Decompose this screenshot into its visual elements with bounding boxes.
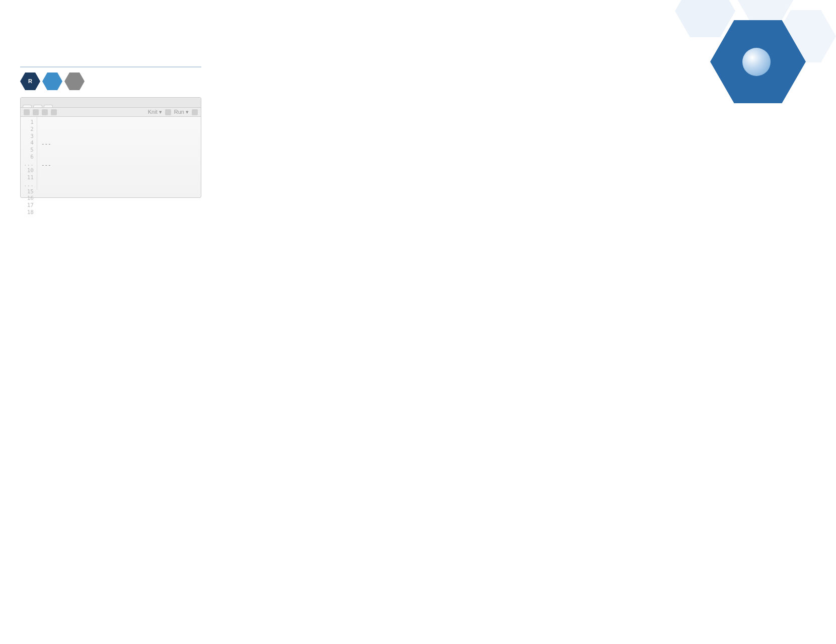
tab-report-rmd[interactable] [23,105,32,107]
hex-rmarkdown-icon: R [20,73,40,90]
rmd-gutter: 1 2 3 4 5 6 ... 10 11 ... 15 16 17 18 [21,117,37,190]
rstudio-logo-r [742,48,771,76]
tab-app-r[interactable] [33,105,42,107]
hex-latex-icon [64,73,85,90]
tab-script-r[interactable] [44,105,53,107]
rmarkdown-editor-screenshot: Knit ▾Run ▾ 1 2 3 4 5 6 ... 10 11 ... 15… [20,97,201,198]
section-documents-and-apps: R Knit ▾Run ▾ 1 2 3 4 5 6 ... 10 11 ... … [20,65,201,198]
hex-shiny-icon [42,73,62,90]
rstudio-logo-hex [710,20,806,103]
heading-documents-and-apps [20,65,201,67]
docs-toolbar-callouts [20,94,201,95]
hex-icons: R [20,73,85,90]
rmd-tabs [21,98,201,108]
rmd-body: --- --- [37,117,201,190]
rmd-toolbar: Knit ▾Run ▾ [21,108,201,117]
